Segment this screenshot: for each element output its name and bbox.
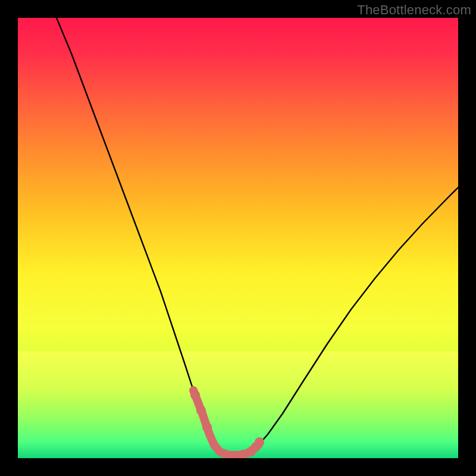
- bottleneck-chart: [18, 18, 458, 458]
- highlight-dot: [202, 422, 212, 432]
- chart-frame: TheBottleneck.com: [0, 0, 476, 476]
- plot-area: [18, 18, 458, 458]
- watermark-text: TheBottleneck.com: [357, 2, 471, 18]
- highlight-dot: [196, 406, 206, 415]
- highlight-dot: [255, 437, 264, 447]
- green-band: [18, 351, 458, 458]
- highlight-dot: [190, 390, 200, 400]
